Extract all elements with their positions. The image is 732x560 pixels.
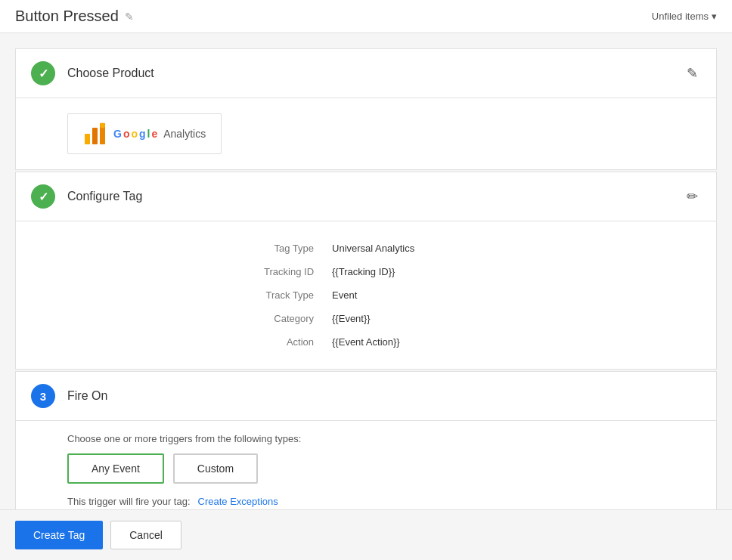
fire-on-header: 3 Fire On: [16, 372, 716, 421]
action-bar: Create Tag Cancel: [0, 509, 732, 560]
config-value: {{Event Action}}: [323, 330, 701, 354]
choose-product-edit-icon: ✎: [687, 66, 698, 81]
unfiled-items-chevron: ▾: [712, 11, 717, 22]
config-value: Event: [323, 283, 701, 307]
configure-tag-edit-button[interactable]: ✏: [684, 185, 701, 208]
config-table-row: Action {{Event Action}}: [67, 330, 701, 354]
configure-tag-header: ✓ Configure Tag ✏: [16, 172, 716, 221]
google-analytics-card: Google Analytics: [67, 113, 222, 154]
top-bar: Button Pressed ✎ Unfiled items ▾: [0, 0, 732, 33]
config-label: Track Type: [67, 283, 323, 307]
config-value: {{Event}}: [323, 307, 701, 330]
unfiled-items-label: Unfiled items: [652, 11, 709, 22]
any-event-label: Any Event: [92, 463, 140, 475]
trigger-options: Any Event Custom: [67, 453, 701, 484]
config-value: Universal Analytics: [323, 237, 701, 260]
trigger-tag-label: This trigger will fire your tag:: [67, 496, 191, 507]
page-title-edit-icon[interactable]: ✎: [125, 11, 134, 23]
choose-product-edit-button[interactable]: ✎: [684, 62, 701, 85]
page-title: Button Pressed: [15, 8, 119, 25]
step1-checkmark: ✓: [39, 67, 48, 81]
custom-label: Custom: [197, 463, 234, 475]
config-label: Action: [67, 330, 323, 354]
config-table-row: Tag Type Universal Analytics: [67, 237, 701, 260]
main-content: ✓ Choose Product ✎ Google Analytics: [0, 33, 732, 560]
step2-circle: ✓: [31, 184, 55, 209]
config-value: {{Tracking ID}}: [323, 260, 701, 283]
configure-tag-edit-icon: ✏: [687, 189, 698, 204]
configure-tag-body: Tag Type Universal Analytics Tracking ID…: [16, 221, 716, 369]
choose-product-body: Google Analytics: [16, 98, 716, 169]
config-label: Category: [67, 307, 323, 330]
svg-point-4: [100, 123, 105, 128]
ga-text: Google Analytics: [113, 128, 206, 140]
svg-rect-1: [92, 128, 98, 144]
unfiled-items-button[interactable]: Unfiled items ▾: [652, 11, 717, 22]
step3-number: 3: [40, 390, 46, 403]
page-title-area: Button Pressed ✎: [15, 8, 134, 25]
choose-product-title: Choose Product: [67, 67, 672, 80]
step3-circle: 3: [31, 384, 55, 408]
config-label: Tag Type: [67, 237, 323, 260]
choose-product-header: ✓ Choose Product ✎: [16, 49, 716, 98]
configure-tag-title: Configure Tag: [67, 190, 672, 203]
step1-circle: ✓: [31, 61, 55, 85]
analytics-text: Analytics: [163, 128, 206, 140]
any-event-trigger-button[interactable]: Any Event: [67, 453, 164, 484]
cancel-button[interactable]: Cancel: [110, 521, 181, 549]
custom-trigger-button[interactable]: Custom: [173, 453, 258, 484]
create-tag-button[interactable]: Create Tag: [15, 521, 103, 549]
choose-product-section: ✓ Choose Product ✎ Google Analytics: [15, 48, 717, 170]
create-exceptions-link[interactable]: Create Exceptions: [198, 496, 278, 507]
trigger-tag-row: This trigger will fire your tag: Create …: [67, 496, 701, 507]
config-table-row: Tracking ID {{Tracking ID}}: [67, 260, 701, 283]
config-label: Tracking ID: [67, 260, 323, 283]
configure-tag-section: ✓ Configure Tag ✏ Tag Type Universal Ana…: [15, 172, 717, 370]
config-table-row: Track Type Event: [67, 283, 701, 307]
trigger-instruction: Choose one or more triggers from the fol…: [67, 433, 701, 444]
fire-on-title: Fire On: [67, 389, 701, 403]
config-table: Tag Type Universal Analytics Tracking ID…: [67, 237, 701, 354]
config-table-row: Category {{Event}}: [67, 307, 701, 330]
ga-logo-icon: [83, 122, 107, 146]
svg-rect-0: [85, 134, 90, 144]
step2-checkmark: ✓: [39, 190, 48, 204]
